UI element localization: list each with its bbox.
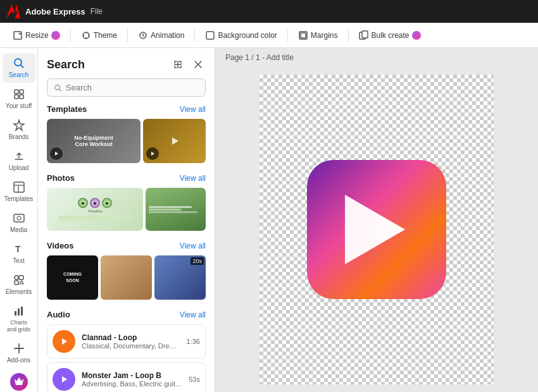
bulk-create-icon bbox=[359, 30, 369, 40]
svg-rect-14 bbox=[15, 95, 18, 99]
audio-play-button[interactable] bbox=[53, 330, 75, 353]
video-duration: 20s bbox=[191, 257, 204, 265]
svg-rect-8 bbox=[301, 33, 306, 38]
sidebar-item-charts[interactable]: Charts and grids bbox=[3, 301, 35, 337]
search-input-wrap bbox=[38, 78, 215, 104]
video-item[interactable]: 20s bbox=[154, 255, 206, 300]
audio-title: Monster Jam - Loop B bbox=[82, 371, 182, 380]
svg-rect-12 bbox=[15, 90, 18, 94]
template-play-overlay bbox=[168, 135, 181, 147]
sidebar-item-premium[interactable]: Try Premium bbox=[3, 369, 35, 392]
template-play-icon bbox=[50, 147, 63, 160]
sidebar-item-add-ons[interactable]: Add-ons bbox=[3, 338, 35, 368]
photo-item[interactable]: ● ● ● Timeline bbox=[47, 188, 143, 231]
template-item[interactable] bbox=[143, 119, 206, 163]
close-panel-button[interactable] bbox=[191, 57, 206, 72]
expand-icon bbox=[173, 59, 183, 70]
audio-item[interactable]: Clannad - Loop Classical, Documentary, D… bbox=[47, 324, 206, 358]
svg-point-21 bbox=[17, 216, 21, 220]
svg-rect-15 bbox=[20, 95, 23, 99]
templates-icon bbox=[13, 181, 25, 193]
audio-section-title: Audio bbox=[47, 310, 70, 319]
svg-rect-10 bbox=[362, 31, 368, 38]
search-input[interactable] bbox=[66, 83, 199, 92]
sidebar-icons: Search Your stuff Brands Upload Template… bbox=[0, 48, 38, 392]
sidebar-media-label: Media bbox=[10, 226, 27, 234]
elements-icon bbox=[13, 274, 25, 286]
upload-icon bbox=[13, 150, 25, 162]
svg-marker-32 bbox=[172, 137, 178, 145]
sidebar-item-text[interactable]: T Text bbox=[3, 239, 35, 269]
svg-marker-2 bbox=[11, 11, 14, 14]
audio-list: Clannad - Loop Classical, Documentary, D… bbox=[47, 324, 206, 392]
sidebar-item-elements[interactable]: Elements bbox=[3, 270, 35, 300]
photos-section-title: Photos bbox=[47, 173, 75, 183]
sidebar-brands-label: Brands bbox=[9, 133, 29, 141]
photos-view-all-button[interactable]: View all bbox=[180, 174, 206, 183]
bg-color-icon bbox=[205, 30, 215, 40]
sidebar-charts-label: Charts and grids bbox=[5, 319, 33, 333]
svg-rect-6 bbox=[206, 32, 214, 39]
main-area: Search Your stuff Brands Upload Template… bbox=[0, 48, 538, 392]
videos-view-all-button[interactable]: View all bbox=[180, 242, 206, 250]
app-name: Adobe Express bbox=[25, 7, 85, 16]
sidebar-item-your-stuff[interactable]: Your stuff bbox=[3, 84, 35, 114]
close-icon bbox=[193, 59, 203, 70]
video-item[interactable] bbox=[101, 255, 152, 300]
svg-point-30 bbox=[55, 85, 59, 89]
media-icon bbox=[13, 212, 25, 224]
sidebar-templates-label: Templates bbox=[4, 195, 34, 203]
resize-button[interactable]: Resize bbox=[8, 28, 65, 43]
text-icon: T bbox=[13, 243, 25, 255]
templates-view-all-button[interactable]: View all bbox=[180, 105, 206, 114]
canvas-area: Page 1 / 1 - Add title bbox=[215, 48, 538, 392]
audio-view-all-button[interactable]: View all bbox=[180, 310, 206, 319]
svg-rect-13 bbox=[20, 90, 23, 94]
page-title: Page 1 / 1 - Add title bbox=[225, 53, 294, 62]
sidebar-item-search[interactable]: Search bbox=[3, 53, 35, 83]
sidebar-item-templates[interactable]: Templates bbox=[3, 177, 35, 207]
your-stuff-icon bbox=[13, 88, 25, 101]
theme-icon bbox=[81, 30, 91, 40]
margins-icon bbox=[298, 30, 308, 40]
crown-icon bbox=[13, 376, 25, 388]
adobe-logo-icon bbox=[6, 4, 20, 18]
topbar: Adobe Express File bbox=[0, 0, 538, 23]
file-menu[interactable]: File bbox=[91, 7, 103, 16]
bg-color-button[interactable]: Background color bbox=[200, 28, 282, 43]
video-item[interactable]: COMINGSOON bbox=[47, 255, 98, 300]
bulk-create-button[interactable]: Bulk create bbox=[354, 28, 426, 43]
search-input-box[interactable] bbox=[47, 78, 206, 97]
audio-play-button-2[interactable] bbox=[53, 368, 75, 391]
theme-button[interactable]: Theme bbox=[76, 28, 122, 43]
panel-header: Search bbox=[38, 48, 215, 78]
panel-actions bbox=[170, 57, 206, 72]
margins-button[interactable]: Margins bbox=[293, 28, 343, 43]
sidebar-add-ons-label: Add-ons bbox=[7, 357, 30, 364]
toolbar: Resize Theme Animation Background color … bbox=[0, 23, 538, 48]
animation-icon bbox=[138, 30, 148, 40]
sidebar-text-label: Text bbox=[13, 257, 24, 265]
svg-marker-16 bbox=[14, 120, 24, 130]
template-item[interactable]: No-EquipmentCore Workout bbox=[47, 119, 141, 163]
animation-button[interactable]: Animation bbox=[133, 28, 189, 43]
sidebar-item-media[interactable]: Media bbox=[3, 208, 35, 238]
canvas-container[interactable] bbox=[215, 67, 538, 392]
photos-grid: ● ● ● Timeline bbox=[47, 188, 206, 231]
search-input-icon bbox=[54, 83, 62, 92]
svg-marker-31 bbox=[55, 152, 58, 156]
premium-badge bbox=[10, 373, 28, 391]
templates-section-header: Templates View all bbox=[47, 104, 206, 114]
canvas-background bbox=[260, 75, 494, 384]
photo-item[interactable] bbox=[146, 188, 206, 231]
panel-title: Search bbox=[47, 58, 85, 71]
sidebar-item-brands[interactable]: Brands bbox=[3, 115, 35, 145]
canvas-page bbox=[260, 75, 494, 384]
templates-section-title: Templates bbox=[47, 104, 87, 114]
audio-section: Audio View all Clannad - Loop Classical,… bbox=[38, 310, 215, 392]
expand-panel-button[interactable] bbox=[170, 57, 185, 72]
videos-section-header: Videos View all bbox=[47, 241, 206, 250]
audio-item[interactable]: Monster Jam - Loop B Advertising, Bass, … bbox=[47, 362, 206, 392]
resize-icon bbox=[13, 30, 23, 40]
sidebar-item-upload[interactable]: Upload bbox=[3, 146, 35, 176]
